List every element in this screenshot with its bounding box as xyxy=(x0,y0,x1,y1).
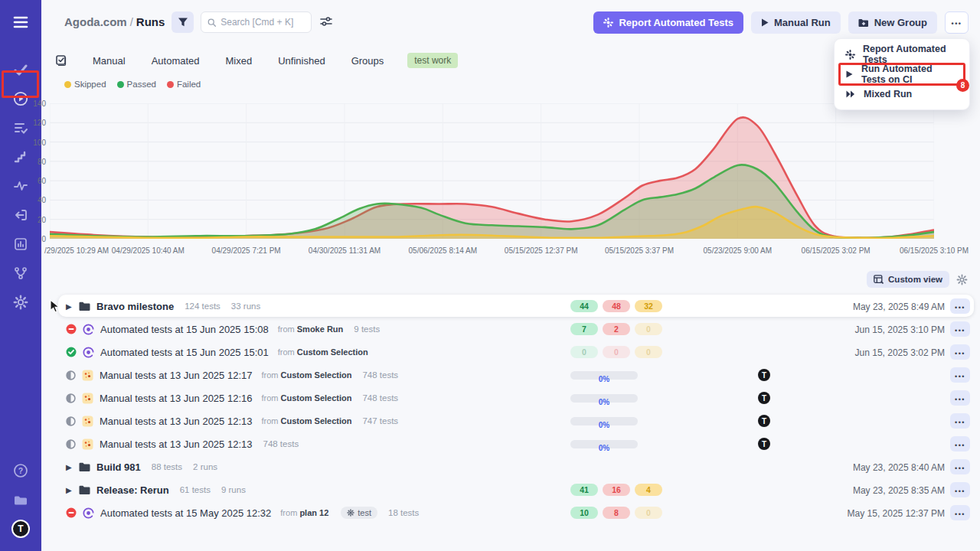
run-row[interactable]: Automated tests at 15 May 2025 12:32from… xyxy=(41,501,980,524)
status-in-progress-icon xyxy=(66,393,76,403)
sliders-icon[interactable] xyxy=(320,15,332,31)
menu-item-report-automated-tests[interactable]: Report Automated Tests xyxy=(835,44,969,64)
breadcrumb-project[interactable]: Agoda.com xyxy=(64,15,127,28)
row-more-button[interactable] xyxy=(950,436,970,452)
more-icon xyxy=(955,460,965,474)
runs-page: ? T Agoda.com/Runs Report Automated Test… xyxy=(0,0,980,551)
badge-yellow: 0 xyxy=(635,346,662,358)
run-source: from plan 12 xyxy=(280,508,328,517)
row-more-button[interactable] xyxy=(950,390,970,406)
run-tests-count: 748 tests xyxy=(263,439,299,448)
badge-yellow: 0 xyxy=(635,323,662,335)
tab-mixed[interactable]: Mixed xyxy=(213,52,266,70)
more-icon xyxy=(955,506,965,520)
run-title[interactable]: Manual tests at 13 Jun 2025 12:17 xyxy=(100,370,252,381)
legend-failed[interactable]: Failed xyxy=(167,80,201,89)
filter-button[interactable] xyxy=(172,11,194,33)
badge-green: 41 xyxy=(570,484,598,496)
run-row[interactable]: Manual tests at 13 Jun 2025 12:13748 tes… xyxy=(41,432,980,455)
runs-history-chart[interactable] xyxy=(50,103,934,239)
header-actions: Report Automated Tests Manual Run New Gr… xyxy=(593,11,969,34)
check-icon[interactable] xyxy=(0,55,41,84)
group-title[interactable]: Release: Rerun xyxy=(96,484,169,496)
assignee-avatar[interactable]: T xyxy=(758,369,770,381)
run-row[interactable]: Automated tests at 15 Jun 2025 15:01from… xyxy=(41,341,980,364)
sidebar: ? T xyxy=(0,0,41,551)
help-icon[interactable]: ? xyxy=(0,456,41,485)
new-group-button[interactable]: New Group xyxy=(848,11,937,34)
run-source: from Custom Selection xyxy=(261,416,351,425)
run-title[interactable]: Automated tests at 15 Jun 2025 15:08 xyxy=(100,324,269,335)
group-row[interactable]: ▶︎Bravo milestone124 tests33 runs444832M… xyxy=(41,295,980,318)
assignee-avatar[interactable]: T xyxy=(758,438,770,450)
row-lead: ▶︎Bravo milestone124 tests33 runs xyxy=(41,295,980,318)
row-more-button[interactable] xyxy=(950,482,970,497)
row-more-button[interactable] xyxy=(950,321,970,337)
row-more-button[interactable] xyxy=(950,344,970,360)
row-lead: Manual tests at 13 Jun 2025 12:13from Cu… xyxy=(41,409,980,432)
gear-icon[interactable] xyxy=(0,288,41,317)
row-more-button[interactable] xyxy=(950,505,970,520)
run-title[interactable]: Automated tests at 15 Jun 2025 15:01 xyxy=(100,347,269,358)
branch-icon[interactable] xyxy=(0,259,41,288)
assignee-avatar[interactable]: T xyxy=(758,392,770,404)
run-source: from Custom Selection xyxy=(261,393,351,403)
result-badges: 720 xyxy=(570,323,662,335)
group-title[interactable]: Bravo milestone xyxy=(96,301,174,312)
row-more-button[interactable] xyxy=(950,413,970,429)
more-actions-button[interactable] xyxy=(945,11,969,34)
tag-test-work[interactable]: test work xyxy=(407,53,458,68)
tab-automated[interactable]: Automated xyxy=(139,52,213,70)
row-more-button[interactable] xyxy=(950,459,970,474)
tab-groups[interactable]: Groups xyxy=(338,52,397,70)
group-title[interactable]: Build 981 xyxy=(96,461,141,473)
run-title[interactable]: Automated tests at 15 May 2025 12:32 xyxy=(100,507,271,519)
run-row[interactable]: Manual tests at 13 Jun 2025 12:13from Cu… xyxy=(41,409,980,432)
row-more-button[interactable] xyxy=(950,298,970,314)
legend-skipped[interactable]: Skipped xyxy=(64,80,106,89)
row-lead: ▶︎Build 98188 tests2 runs xyxy=(41,455,980,478)
menu-item-mixed-run[interactable]: Mixed Run xyxy=(835,84,969,104)
result-badges: 000 xyxy=(570,346,662,358)
legend-passed[interactable]: Passed xyxy=(117,80,156,89)
report-automated-tests-button[interactable]: Report Automated Tests xyxy=(593,11,743,34)
run-row[interactable]: Automated tests at 15 Jun 2025 15:08from… xyxy=(41,318,980,341)
view-controls: Custom view xyxy=(867,271,968,288)
menu-icon[interactable] xyxy=(0,8,41,37)
select-runs-icon[interactable] xyxy=(55,54,67,67)
tab-unfinished[interactable]: Unfinished xyxy=(265,52,338,70)
y-tick: 100 xyxy=(33,138,46,146)
run-row[interactable]: Manual tests at 13 Jun 2025 12:17from Cu… xyxy=(41,364,980,386)
user-avatar[interactable]: T xyxy=(0,514,41,543)
row-more-button[interactable] xyxy=(950,367,970,383)
run-title[interactable]: Manual tests at 13 Jun 2025 12:13 xyxy=(100,416,252,427)
folder-icon[interactable] xyxy=(0,485,41,514)
row-lead: Automated tests at 15 Jun 2025 15:01from… xyxy=(41,341,980,364)
run-tests-count: 18 tests xyxy=(388,508,419,517)
expand-chevron-icon[interactable]: ▶︎ xyxy=(66,486,73,494)
run-date: Jun 15, 2025 3:10 PM xyxy=(855,324,945,335)
manual-run-button[interactable]: Manual Run xyxy=(751,11,841,34)
view-settings-gear-icon[interactable] xyxy=(956,274,968,285)
legend-dot xyxy=(167,81,174,88)
expand-chevron-icon[interactable]: ▶︎ xyxy=(66,302,73,311)
folder-icon xyxy=(79,462,90,472)
assignee-avatar[interactable]: T xyxy=(758,415,770,427)
run-title[interactable]: Manual tests at 13 Jun 2025 12:16 xyxy=(100,393,252,404)
search-box[interactable] xyxy=(201,11,312,33)
search-icon xyxy=(207,18,216,28)
group-row[interactable]: ▶︎Release: Rerun61 tests9 runs41164May 2… xyxy=(41,478,980,501)
run-tag[interactable]: test xyxy=(341,507,377,519)
group-row[interactable]: ▶︎Build 98188 tests2 runsMay 23, 2025 8:… xyxy=(41,455,980,478)
tab-manual[interactable]: Manual xyxy=(80,52,139,70)
badge-red: 8 xyxy=(603,507,630,519)
expand-chevron-icon[interactable]: ▶︎ xyxy=(66,463,73,471)
menu-item-run-automated-tests-on-ci[interactable]: Run Automated Tests on CI 8 xyxy=(835,64,969,84)
run-row[interactable]: Manual tests at 13 Jun 2025 12:16from Cu… xyxy=(41,386,980,409)
custom-view-button[interactable]: Custom view xyxy=(867,271,949,288)
result-badges: 1080 xyxy=(570,507,662,519)
badge-green: 0 xyxy=(570,346,598,358)
search-input[interactable] xyxy=(220,17,305,28)
x-tick: 04/30/2025 11:31 AM xyxy=(309,246,381,255)
run-title[interactable]: Manual tests at 13 Jun 2025 12:13 xyxy=(100,439,252,450)
